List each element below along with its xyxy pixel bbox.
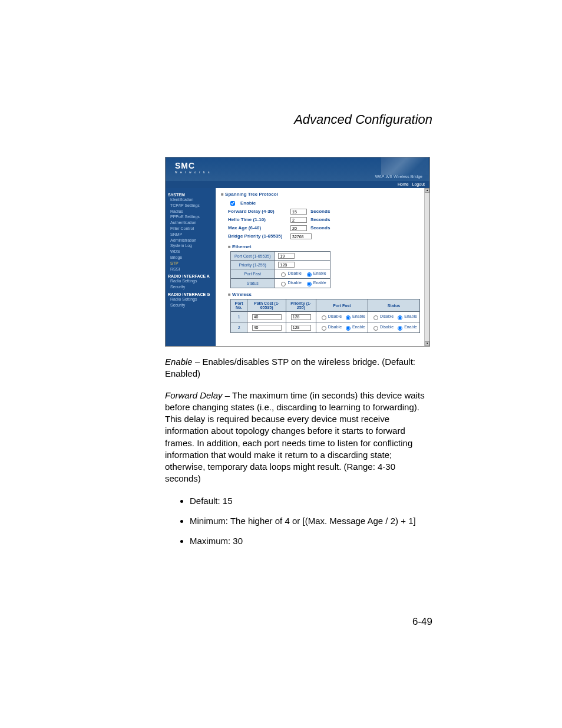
top-bar: Home Logout (166, 181, 429, 188)
eth-priority-input[interactable] (278, 262, 295, 268)
fd-label: Forward Delay (4-30) (228, 208, 287, 215)
list-item: Default: 15 (190, 494, 432, 508)
port-no-1: 1 (231, 312, 247, 322)
document-page: Advanced Configuration SMC N e t w o r k… (0, 0, 562, 728)
table-header-row: Port No. Path Cost (1-65535) Priority (1… (231, 299, 420, 312)
w2-cost-input[interactable] (252, 325, 282, 331)
scroll-down-icon[interactable]: ▾ (425, 341, 429, 346)
para-enable: Enable – Enables/disables STP on the wir… (165, 356, 432, 380)
w2-pf-enable-radio[interactable] (346, 326, 351, 331)
page-number: 6-49 (412, 616, 432, 628)
table-row: 2 Disable Enable Disable Enable (231, 322, 420, 333)
table-row: Priority (1-255) (231, 261, 330, 269)
w1-pf-enable-radio[interactable] (346, 315, 351, 320)
enable-checkbox[interactable] (230, 201, 235, 206)
ethernet-table: Port Cost (1-65535) Priority (1-255) Por… (230, 251, 330, 288)
w2-st-enable-radio[interactable] (398, 326, 402, 331)
max-input[interactable] (290, 225, 307, 231)
eth-pf-enable-radio[interactable] (307, 272, 312, 277)
hello-input[interactable] (290, 217, 307, 223)
sidebar-item-snmp[interactable]: SNMP (170, 232, 213, 238)
port-no-2: 2 (231, 322, 247, 333)
router-ui-screenshot: SMC N e t w o r k s WAP-WS Wireless Brid… (165, 157, 430, 347)
logo-text: SMC (175, 161, 195, 170)
w2-pf-disable-radio[interactable] (322, 326, 326, 331)
sidebar-item-radio-a-security[interactable]: Security (170, 284, 213, 290)
hello-row: Hello Time (1-10) Seconds (228, 216, 420, 224)
enable-row: Enable (228, 199, 420, 207)
product-name: WAP-WS Wireless Bridge (375, 174, 422, 179)
prio-row: Bridge Priority (1-65535) (228, 232, 420, 241)
term-enable: Enable (165, 357, 193, 367)
scroll-up-icon[interactable]: ▴ (425, 188, 429, 193)
table-row: 1 Disable Enable Disable Enable (231, 312, 420, 322)
prio-input[interactable] (290, 233, 312, 239)
col-port-fast: Port Fast (316, 299, 368, 312)
eth-st-enable-radio[interactable] (307, 282, 312, 286)
sidebar-item-radio-g-settings[interactable]: Radio Settings (170, 297, 213, 302)
sidebar-item-identification[interactable]: Identification (170, 197, 213, 203)
sidebar-item-syslog[interactable]: System Log (170, 243, 213, 249)
home-link[interactable]: Home (398, 182, 409, 186)
list-item: Minimum: The higher of 4 or [(Max. Messa… (190, 514, 432, 528)
enable-label: Enable (240, 200, 256, 206)
eth-portcost-label: Port Cost (1-65535) (231, 252, 275, 261)
main-panel: ▴ ▾ ■ Spanning Tree Protocol Enable Forw… (216, 188, 429, 346)
w1-st-disable-radio[interactable] (373, 315, 378, 320)
wireless-table: Port No. Path Cost (1-65535) Priority (1… (230, 299, 420, 333)
section-wireless-title: ■ Wireless (228, 292, 420, 297)
w1-pf-disable-radio[interactable] (322, 315, 326, 320)
page-title: Advanced Configuration (165, 112, 432, 127)
eth-portcost-input[interactable] (278, 253, 295, 259)
w2-prio-input[interactable] (291, 325, 311, 331)
eth-pf-disable-radio[interactable] (281, 272, 286, 277)
w1-cost-input[interactable] (252, 314, 282, 320)
sidebar-item-rssi[interactable]: RSSI (170, 266, 213, 272)
max-row: Max Age (6-40) Seconds (228, 224, 420, 232)
sidebar: SYSTEM Identification TCP/IP Settings Ra… (166, 188, 216, 346)
hello-label: Hello Time (1-10) (228, 216, 287, 223)
section-stp-title: ■ Spanning Tree Protocol (221, 192, 420, 197)
sidebar-item-auth[interactable]: Authentication (170, 220, 213, 226)
sidebar-item-bridge[interactable]: Bridge (170, 255, 213, 261)
sidebar-item-pppoe[interactable]: PPPoE Settings (170, 214, 213, 220)
sidebar-group-system: SYSTEM (168, 193, 213, 197)
sidebar-item-radius[interactable]: Radius (170, 209, 213, 215)
sidebar-group-radio-a: RADIO INTERFACE A (168, 274, 213, 278)
fd-unit: Seconds (310, 208, 330, 215)
col-path-cost: Path Cost (1-65535) (247, 299, 286, 312)
ui-header: SMC N e t w o r k s WAP-WS Wireless Brid… (166, 157, 429, 181)
sidebar-group-radio-g: RADIO INTERFACE G (168, 292, 213, 297)
w1-prio-input[interactable] (291, 314, 311, 320)
hello-unit: Seconds (310, 216, 330, 223)
table-row: Port Cost (1-65535) (231, 252, 330, 261)
content-area: ■ Spanning Tree Protocol Enable Forward … (216, 188, 425, 346)
sidebar-item-radio-g-security[interactable]: Security (170, 302, 213, 308)
sidebar-item-admin[interactable]: Administration (170, 238, 213, 243)
sidebar-item-stp[interactable]: STP (170, 261, 213, 266)
table-row: Status Disable Enable (231, 279, 330, 288)
table-row: Port Fast Disable Enable (231, 269, 330, 279)
eth-st-disable-radio[interactable] (281, 282, 286, 286)
para-forward-delay: Forward Delay – The maximum time (in sec… (165, 390, 432, 485)
eth-portfast-label: Port Fast (231, 269, 275, 279)
sidebar-item-wds[interactable]: WDS (170, 249, 213, 255)
col-status: Status (368, 299, 419, 312)
sidebar-item-radio-a-settings[interactable]: Radio Settings (170, 278, 213, 284)
eth-status-label: Status (231, 279, 275, 288)
fd-input[interactable] (290, 209, 307, 215)
scrollbar[interactable]: ▴ ▾ (424, 188, 429, 346)
max-unit: Seconds (310, 225, 330, 231)
w1-st-enable-radio[interactable] (398, 315, 402, 320)
header-graphic (381, 157, 428, 175)
fd-row: Forward Delay (4-30) Seconds (228, 207, 420, 216)
logout-link[interactable]: Logout (412, 182, 425, 186)
term-forward-delay: Forward Delay (165, 390, 223, 400)
sidebar-item-filter[interactable]: Filter Control (170, 226, 213, 232)
col-priority: Priority (1-255) (286, 299, 316, 312)
list-item: Maximum: 30 (190, 534, 432, 548)
sidebar-item-tcpip[interactable]: TCP/IP Settings (170, 203, 213, 209)
w2-st-disable-radio[interactable] (373, 326, 378, 331)
max-label: Max Age (6-40) (228, 225, 287, 231)
bullet-list: Default: 15 Minimum: The higher of 4 or … (165, 494, 432, 548)
